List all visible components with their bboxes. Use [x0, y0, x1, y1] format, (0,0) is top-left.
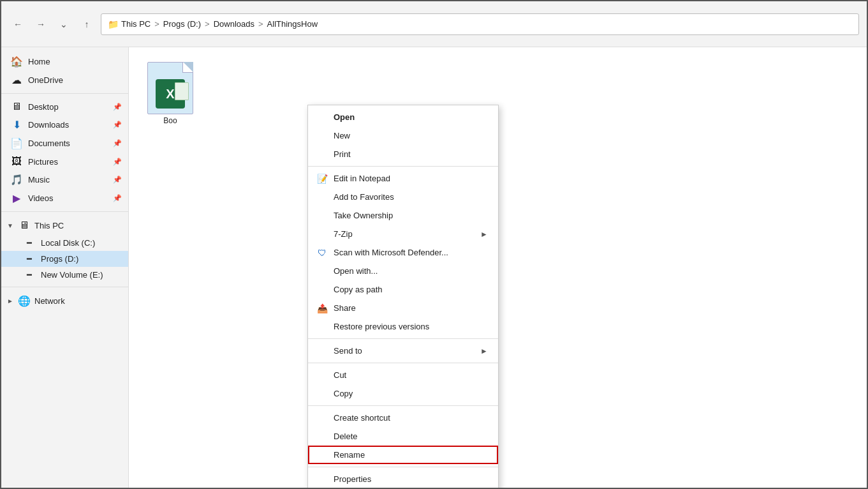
forward-button[interactable]: →: [32, 15, 50, 33]
up-button[interactable]: ↑: [78, 15, 96, 33]
context-menu-rename[interactable]: Rename: [308, 446, 498, 464]
file-corner: [182, 63, 193, 73]
sidebar-desktop-label: Desktop: [28, 102, 108, 112]
content-area: X Boo Open New Print 📝 Edit in Notepad A: [129, 47, 867, 489]
breadcrumb-this-pc: This PC: [121, 19, 151, 29]
excel-logo-icon: X: [156, 79, 185, 109]
sidebar-item-videos[interactable]: ▶ Videos 📌: [1, 189, 128, 207]
sidebar-item-local-disk-c[interactable]: ━ Local Disk (C:): [1, 235, 128, 251]
context-menu-take-ownership[interactable]: Take Ownership: [308, 206, 498, 225]
send-to-arrow-icon: ►: [480, 347, 488, 356]
sidebar-item-new-volume-e[interactable]: ━ New Volume (E:): [1, 267, 128, 283]
context-menu-share-label: Share: [334, 303, 356, 313]
breadcrumb-progs: Progs (D:): [163, 19, 201, 29]
context-menu-share[interactable]: 📤 Share: [308, 299, 498, 317]
context-menu-7zip-label: 7-Zip: [334, 229, 353, 239]
downloads-icon: ⬇: [10, 119, 23, 131]
context-menu-print-label: Print: [334, 149, 351, 159]
context-menu-copy-path-label: Copy as path: [334, 285, 383, 294]
context-menu-divider-4: [308, 405, 498, 406]
context-menu-open-with[interactable]: Open with...: [308, 262, 498, 280]
sidebar-documents-label: Documents: [28, 139, 108, 148]
context-menu-create-shortcut[interactable]: Create shortcut: [308, 409, 498, 427]
context-menu-add-favorites-label: Add to Favorites: [334, 192, 394, 202]
share-icon: 📤: [316, 303, 328, 313]
sidebar: 🏠 Home ☁ OneDrive 🖥 Desktop 📌 ⬇ Download…: [1, 47, 129, 489]
top-bar: ← → ⌄ ↑ 📁 This PC > Progs (D:) > Downloa…: [1, 1, 867, 47]
expand-arrow-this-pc: ▼: [6, 222, 14, 229]
sidebar-downloads-label: Downloads: [28, 120, 108, 130]
videos-icon: ▶: [10, 192, 23, 204]
sidebar-pictures-label: Pictures: [28, 157, 108, 167]
breadcrumb-downloads: Downloads: [214, 19, 254, 29]
drive-c-icon: ━: [23, 238, 36, 248]
sidebar-item-progs-d[interactable]: ━ Progs (D:): [1, 251, 128, 267]
sidebar-divider-2: [1, 211, 128, 212]
sidebar-item-documents[interactable]: 📄 Documents 📌: [1, 134, 128, 153]
context-menu-new-label: New: [334, 131, 350, 140]
address-folder-icon: 📁: [108, 19, 119, 29]
context-menu-defender-label: Scan with Microsoft Defender...: [334, 248, 448, 257]
sidebar-local-disk-c-label: Local Disk (C:): [41, 238, 95, 248]
context-menu-7zip[interactable]: 7-Zip ►: [308, 225, 498, 243]
context-menu-create-shortcut-label: Create shortcut: [334, 413, 390, 423]
pin-icon-pictures: 📌: [113, 158, 122, 166]
7zip-arrow-icon: ►: [480, 230, 488, 239]
context-menu-cut-label: Cut: [334, 370, 346, 380]
pin-icon-documents: 📌: [113, 139, 122, 147]
sidebar-item-desktop[interactable]: 🖥 Desktop 📌: [1, 98, 128, 116]
context-menu-copy[interactable]: Copy: [308, 384, 498, 403]
context-menu: Open New Print 📝 Edit in Notepad Add to …: [307, 105, 499, 489]
sidebar-this-pc-label: This PC: [34, 221, 64, 230]
file-item[interactable]: X Boo: [142, 60, 199, 128]
context-menu-copy-path[interactable]: Copy as path: [308, 280, 498, 299]
sidebar-home-label: Home: [28, 57, 122, 66]
context-menu-delete-label: Delete: [334, 432, 358, 441]
context-menu-copy-label: Copy: [334, 389, 353, 398]
sidebar-network-label: Network: [34, 296, 65, 306]
context-menu-rename-label: Rename: [334, 450, 365, 460]
file-icon-wrapper: X: [145, 63, 196, 114]
context-menu-divider-1: [308, 166, 498, 167]
home-icon: 🏠: [10, 56, 23, 68]
context-menu-divider-3: [308, 363, 498, 363]
onedrive-icon: ☁: [10, 74, 23, 86]
sidebar-item-onedrive[interactable]: ☁ OneDrive: [1, 71, 128, 89]
context-menu-add-favorites[interactable]: Add to Favorites: [308, 188, 498, 206]
context-menu-send-to[interactable]: Send to ►: [308, 342, 498, 360]
recent-button[interactable]: ⌄: [55, 15, 73, 33]
context-menu-restore-versions[interactable]: Restore previous versions: [308, 317, 498, 336]
sidebar-videos-label: Videos: [28, 193, 108, 203]
context-menu-cut[interactable]: Cut: [308, 366, 498, 384]
desktop-icon: 🖥: [10, 101, 23, 112]
sidebar-item-pictures[interactable]: 🖼 Pictures 📌: [1, 153, 128, 170]
context-menu-open[interactable]: Open: [308, 108, 498, 126]
context-menu-divider-2: [308, 338, 498, 339]
context-menu-delete[interactable]: Delete: [308, 427, 498, 446]
defender-icon: 🛡: [316, 248, 328, 258]
back-button[interactable]: ←: [9, 15, 27, 33]
file-icon-bg: X: [147, 62, 193, 114]
network-icon: 🌐: [18, 295, 31, 307]
sidebar-item-home[interactable]: 🏠 Home: [1, 52, 128, 71]
sidebar-this-pc-header[interactable]: ▼ 🖥 This PC: [1, 216, 128, 235]
address-bar[interactable]: 📁 This PC > Progs (D:) > Downloads > All…: [101, 13, 859, 35]
context-menu-edit-notepad[interactable]: 📝 Edit in Notepad: [308, 169, 498, 188]
sidebar-network-header[interactable]: ► 🌐 Network: [1, 291, 128, 311]
context-menu-defender[interactable]: 🛡 Scan with Microsoft Defender...: [308, 243, 498, 262]
context-menu-send-to-label: Send to: [334, 346, 362, 356]
breadcrumb-allthingshow: AllThingsHow: [267, 19, 318, 29]
notepad-icon: 📝: [316, 174, 328, 184]
drive-e-icon: ━: [23, 270, 36, 280]
pin-icon-music: 📌: [113, 176, 122, 184]
context-menu-open-label: Open: [334, 112, 355, 122]
context-menu-take-ownership-label: Take Ownership: [334, 211, 393, 220]
sidebar-item-downloads[interactable]: ⬇ Downloads 📌: [1, 116, 128, 134]
context-menu-properties-label: Properties: [334, 474, 371, 484]
context-menu-properties[interactable]: Properties: [308, 470, 498, 488]
context-menu-new[interactable]: New: [308, 126, 498, 145]
pin-icon-downloads: 📌: [113, 121, 122, 129]
sidebar-item-music[interactable]: 🎵 Music 📌: [1, 170, 128, 189]
context-menu-print[interactable]: Print: [308, 145, 498, 163]
file-label: Boo: [163, 116, 177, 125]
